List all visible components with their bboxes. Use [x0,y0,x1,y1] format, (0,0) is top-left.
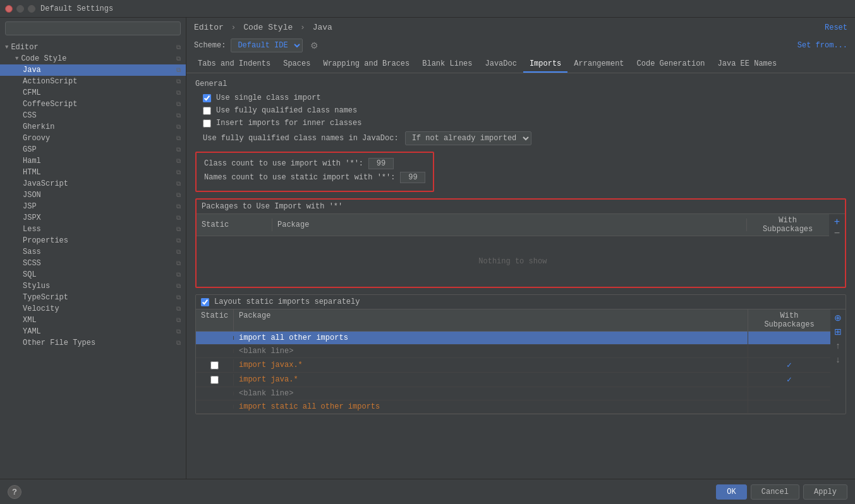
sidebar-item-stylus[interactable]: Stylus ⧉ [0,280,186,292]
copy-icon-haml: ⧉ [176,158,181,165]
ir-static-5 [196,392,234,395]
sidebar-item-scss[interactable]: SCSS ⧉ [0,258,186,269]
tab-blank-lines[interactable]: Blank Lines [416,56,478,73]
tab-tabs-indents[interactable]: Tabs and Indents [191,56,277,73]
names-count-label: Names count to use static import with '*… [204,173,395,182]
sidebar-item-label: Stylus [23,282,50,291]
sidebar-item-less[interactable]: Less ⧉ [0,224,186,235]
import-row[interactable]: import javax.* ✓ [196,358,830,373]
sidebar-item-label: JSON [23,191,41,200]
reset-link[interactable]: Reset [825,23,847,32]
main-layout: ▼ Editor ⧉ ▼ Code Style ⧉ Java ⧉ ActionS… [0,18,855,479]
copy-icon-xml: ⧉ [176,317,181,324]
import-add-blank-button[interactable]: ⊞ [833,326,843,337]
tab-javadoc[interactable]: JavaDoc [478,56,523,73]
sidebar-item-velocity[interactable]: Velocity ⧉ [0,303,186,315]
import-row[interactable]: <blank line> [196,387,830,400]
ir-package-3: import javax.* [234,359,748,371]
tab-spaces[interactable]: Spaces [277,56,317,73]
copy-icon-css: ⧉ [176,112,181,119]
close-button[interactable] [5,5,13,13]
packages-th-static: Static [197,219,272,231]
sidebar-item-html[interactable]: HTML ⧉ [0,167,186,178]
sidebar-item-jspx[interactable]: JSPX ⧉ [0,212,186,224]
sidebar-item-sql[interactable]: SQL ⧉ [0,269,186,280]
scheme-gear-button[interactable]: ⚙ [308,40,321,51]
packages-table-wrap: Static Package With Subpackages Nothing … [197,214,845,287]
set-from-link[interactable]: Set from... [797,41,847,50]
copy-icon-stylus: ⧉ [176,283,181,290]
packages-remove-button[interactable]: − [832,228,842,238]
import-actions: ⊕ ⊞ ↑ ↓ [830,309,846,414]
titlebar-buttons [5,5,35,13]
ir-static-cb-4[interactable] [210,376,219,384]
ir-package-2: <blank line> [234,345,748,357]
cancel-button[interactable]: Cancel [751,484,799,500]
sidebar-item-css[interactable]: CSS ⧉ [0,110,186,121]
sidebar-item-other-file-types[interactable]: Other File Types ⧉ [0,337,186,349]
sidebar-item-java[interactable]: Java ⧉ [0,64,186,76]
tab-arrangement[interactable]: Arrangement [567,56,630,73]
inner-classes-checkbox[interactable] [203,119,211,128]
apply-button[interactable]: Apply [803,484,847,500]
ir-subpkg-3: ✓ [748,358,830,372]
class-count-input[interactable] [368,158,394,169]
tab-wrapping[interactable]: Wrapping and Braces [317,56,416,73]
sidebar-item-sass[interactable]: Sass ⧉ [0,246,186,258]
packages-empty-label: Nothing to show [466,244,559,279]
tab-imports[interactable]: Imports [523,56,567,73]
sidebar-item-xml[interactable]: XML ⧉ [0,315,186,326]
sidebar-item-label: Velocity [23,304,59,313]
ok-button[interactable]: OK [716,484,746,500]
single-class-checkbox[interactable] [203,94,211,102]
sidebar-item-label: CoffeeScript [23,100,77,109]
import-th-package: Package [234,309,748,331]
import-th-subpkg: With Subpackages [748,309,830,331]
ir-static-cb-3[interactable] [210,361,219,369]
sidebar-item-actionscript[interactable]: ActionScript ⧉ [0,76,186,87]
layout-static-checkbox[interactable] [201,298,209,306]
window-title: Default Settings [40,4,113,13]
sidebar-item-code-style[interactable]: ▼ Code Style ⧉ [0,53,186,64]
sidebar-item-gsp[interactable]: GSP ⧉ [0,144,186,155]
packages-section: Packages to Use Import with '*' Static P… [195,198,846,288]
names-count-input[interactable] [400,172,425,183]
sidebar-item-javascript[interactable]: JavaScript ⧉ [0,178,186,189]
sidebar-item-coffeescript[interactable]: CoffeeScript ⧉ [0,99,186,110]
sidebar-item-haml[interactable]: Haml ⧉ [0,155,186,167]
sidebar-item-json[interactable]: JSON ⧉ [0,189,186,201]
packages-add-button[interactable]: + [832,217,842,227]
help-button[interactable]: ? [8,485,21,499]
minimize-button[interactable] [16,5,24,13]
import-up-button[interactable]: ↑ [835,340,842,351]
sidebar-item-editor[interactable]: ▼ Editor ⧉ [0,42,186,53]
copy-icon-groovy: ⧉ [176,135,181,142]
sidebar-item-groovy[interactable]: Groovy ⧉ [0,133,186,144]
sidebar-item-typescript[interactable]: TypeScript ⧉ [0,292,186,303]
sidebar-item-properties[interactable]: Properties ⧉ [0,235,186,246]
import-down-button[interactable]: ↓ [835,354,842,365]
import-add-button[interactable]: ⊕ [833,312,843,323]
tab-code-generation[interactable]: Code Generation [631,56,712,73]
import-row[interactable]: <blank line> [196,345,830,358]
copy-icon-velocity: ⧉ [176,306,181,313]
sidebar-item-jsp[interactable]: JSP ⧉ [0,201,186,212]
import-row[interactable]: import java.* ✓ [196,373,830,387]
sidebar-item-label: XML [23,316,37,325]
copy-icon-sql: ⧉ [176,272,181,279]
packages-title: Packages to Use Import with '*' [197,200,845,214]
fully-qualified-checkbox[interactable] [203,107,211,115]
javadoc-dropdown[interactable]: If not already imported Always Never [405,131,531,145]
import-row[interactable]: import all other imports [196,332,830,345]
names-count-row: Names count to use static import with '*… [204,172,425,183]
sidebar-item-yaml[interactable]: YAML ⧉ [0,326,186,337]
sidebar-item-label: HTML [23,168,41,177]
search-input[interactable] [5,21,181,35]
maximize-button[interactable] [28,5,35,13]
import-row[interactable]: import static all other imports [196,400,830,414]
sidebar-item-gherkin[interactable]: Gherkin ⧉ [0,121,186,133]
tab-java-ee-names[interactable]: Java EE Names [712,56,784,73]
sidebar-item-cfml[interactable]: CFML ⧉ [0,87,186,99]
single-class-row: Use single class import [195,93,846,102]
scheme-select[interactable]: Default IDE [231,39,303,52]
